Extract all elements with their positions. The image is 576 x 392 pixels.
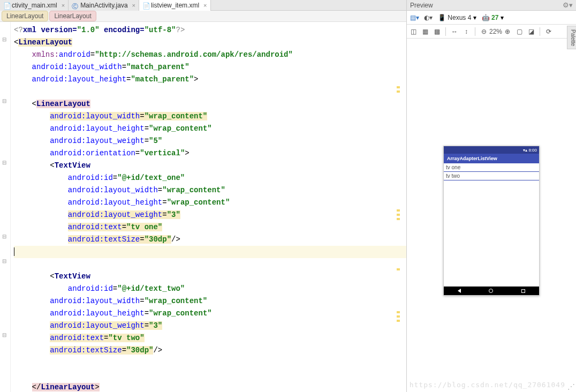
warning-marker[interactable] bbox=[397, 315, 400, 318]
lt: </ bbox=[32, 383, 41, 391]
gear-icon[interactable]: ⚙▾ bbox=[563, 1, 573, 9]
str: "30dp" bbox=[126, 346, 153, 355]
theme-icon[interactable]: ▦ bbox=[421, 27, 429, 36]
warning-marker[interactable] bbox=[397, 86, 400, 88]
eq: = bbox=[158, 186, 162, 194]
warning-marker[interactable] bbox=[397, 209, 400, 212]
preview-pane: Preview ⚙▾ ▤▾ ◐▾ 📱 Nexus 4 ▾ 🤖 27 ▾ ◫ ▦ … bbox=[407, 0, 576, 392]
attr: android:textSize bbox=[68, 235, 140, 244]
caret bbox=[14, 247, 14, 256]
str: "wrap_content" bbox=[167, 198, 230, 207]
preview-toolbar-row2: ◫ ▦ ▩ ↔ ↕ ⊖ 22% ⊕ ▢ ◪ ⟳ bbox=[407, 25, 576, 39]
str: "1.0" bbox=[77, 26, 100, 34]
breadcrumb-item[interactable]: LinearLayout bbox=[49, 11, 96, 21]
resize-grip-icon[interactable]: ⋰ bbox=[567, 382, 575, 391]
tab-listview-item[interactable]: 📄 listview_item.xml × bbox=[139, 0, 210, 11]
eq: = bbox=[122, 223, 126, 231]
tab-mainactivity[interactable]: Ⓒ MainActivity.java × bbox=[69, 0, 139, 11]
zoom-controls: ⊖ 22% ⊕ bbox=[480, 27, 512, 36]
preview-toolbar-row1: ▤▾ ◐▾ 📱 Nexus 4 ▾ 🤖 27 ▾ bbox=[407, 11, 576, 25]
api-selector[interactable]: 🤖 27 ▾ bbox=[482, 14, 504, 21]
attr: android:text bbox=[50, 334, 104, 342]
eq: = bbox=[145, 321, 149, 330]
eq: = bbox=[122, 63, 126, 71]
nav-bar bbox=[444, 287, 539, 295]
str: "wrap_content" bbox=[145, 112, 208, 120]
attr: android:layout_weight bbox=[50, 321, 144, 330]
attr: android:layout_width bbox=[68, 186, 158, 194]
str: "@+id/text_two" bbox=[117, 284, 185, 293]
eq: = bbox=[162, 198, 166, 207]
warning-marker[interactable] bbox=[397, 311, 400, 313]
str: "http://schemas.android.com/apk/res/andr… bbox=[95, 50, 293, 59]
attr: android:layout_height bbox=[50, 309, 144, 318]
warning-marker[interactable] bbox=[397, 268, 400, 270]
fold-icon[interactable]: ⊟ bbox=[1, 332, 7, 338]
selfclose: /> bbox=[171, 235, 180, 244]
fold-icon[interactable]: ⊟ bbox=[1, 160, 7, 166]
warning-marker[interactable] bbox=[397, 91, 400, 93]
str: "tv one" bbox=[126, 223, 162, 231]
fold-icon[interactable]: ⊟ bbox=[1, 36, 7, 43]
status-bar: ▾▴ 8:00 bbox=[444, 146, 539, 154]
attr: android:layout_width bbox=[32, 63, 122, 71]
fold-icon[interactable]: ⊟ bbox=[1, 258, 7, 265]
close-icon[interactable]: × bbox=[132, 2, 135, 9]
attr: android:id bbox=[68, 284, 113, 293]
pan-v-icon[interactable]: ↕ bbox=[462, 27, 471, 36]
attr: android:layout_width bbox=[50, 297, 140, 305]
pan-h-icon[interactable]: ↔ bbox=[450, 27, 459, 36]
selfclose: /> bbox=[153, 346, 162, 355]
zoom-in-icon[interactable]: ⊕ bbox=[503, 27, 512, 36]
eq: = bbox=[122, 346, 126, 355]
warning-marker[interactable] bbox=[397, 320, 400, 322]
attr: android:orientation bbox=[50, 149, 135, 157]
code-editor[interactable]: ⊟ ⊟ ⊟ ⊟ ⊟ ⊟ <?xml version="1.0" encoding… bbox=[0, 22, 406, 392]
recents-icon bbox=[521, 289, 525, 293]
watermark: https://blog.csdn.net/qq_27061049 bbox=[410, 381, 565, 389]
list-item: tv two bbox=[444, 172, 539, 180]
gutter: ⊟ ⊟ ⊟ ⊟ ⊟ ⊟ bbox=[0, 22, 11, 392]
variant-icon[interactable]: ▩ bbox=[433, 27, 441, 36]
gt: > bbox=[194, 75, 198, 84]
fold-icon[interactable]: ⊟ bbox=[1, 233, 7, 240]
eq: = bbox=[113, 174, 117, 182]
zoom-out-icon[interactable]: ⊖ bbox=[480, 27, 488, 36]
fold-icon[interactable]: ⊟ bbox=[1, 98, 7, 104]
editor-tabs: 📄 ctivity_main.xml × Ⓒ MainActivity.java… bbox=[0, 0, 406, 11]
warning-marker[interactable] bbox=[397, 214, 400, 216]
eq: = bbox=[145, 309, 149, 318]
xml-decl: <? bbox=[14, 26, 23, 34]
tab-activity-main[interactable]: 📄 ctivity_main.xml × bbox=[0, 0, 69, 11]
device-preview: ▾▴ 8:00 ArrayAdapterListView tv one tv t… bbox=[443, 146, 540, 296]
str: "match_parent" bbox=[126, 63, 190, 71]
close-icon[interactable]: × bbox=[62, 2, 65, 9]
eq: = bbox=[135, 149, 140, 157]
tag: TextView bbox=[55, 161, 90, 170]
orientation-icon[interactable]: ◐▾ bbox=[424, 13, 433, 22]
xml-decl: ?> bbox=[176, 26, 185, 34]
attr: android:layout_height bbox=[50, 124, 144, 133]
warning-marker[interactable] bbox=[397, 218, 400, 220]
device-selector[interactable]: 📱 Nexus 4 ▾ bbox=[438, 14, 476, 21]
attr: android:layout_height bbox=[68, 198, 162, 207]
app-title: ArrayAdapterListView bbox=[447, 156, 497, 161]
palette-icon[interactable]: ◫ bbox=[409, 27, 418, 36]
attr: android:layout_weight bbox=[50, 137, 144, 145]
separator bbox=[540, 27, 540, 36]
layers-icon[interactable]: ▤▾ bbox=[410, 13, 419, 22]
str: "match_parent" bbox=[131, 75, 194, 84]
str: "@+id/text_one" bbox=[117, 174, 185, 182]
attr: android:text bbox=[68, 223, 122, 231]
preview-canvas[interactable]: ▾▴ 8:00 ArrayAdapterListView tv one tv t… bbox=[407, 39, 576, 392]
editor-pane: 📄 ctivity_main.xml × Ⓒ MainActivity.java… bbox=[0, 0, 407, 392]
eq: = bbox=[140, 112, 144, 120]
code-body[interactable]: <?xml version="1.0" encoding="utf-8"?> <… bbox=[11, 22, 406, 392]
str: "3" bbox=[167, 210, 180, 219]
str: "wrap_content" bbox=[162, 186, 225, 194]
fit-icon[interactable]: ▢ bbox=[515, 27, 524, 36]
close-icon[interactable]: × bbox=[203, 2, 207, 9]
refresh-icon[interactable]: ⟳ bbox=[544, 27, 553, 36]
breadcrumb-item[interactable]: LinearLayout bbox=[2, 11, 48, 21]
device-frame-icon[interactable]: ◪ bbox=[527, 27, 535, 36]
